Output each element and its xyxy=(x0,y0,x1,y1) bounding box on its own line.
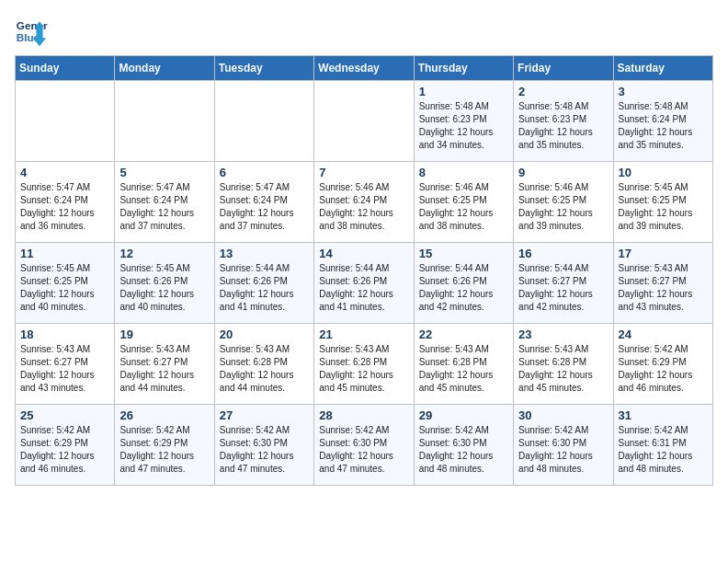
calendar-cell: 22Sunrise: 5:43 AM Sunset: 6:28 PM Dayli… xyxy=(414,324,513,405)
cell-info: Sunrise: 5:46 AM Sunset: 6:25 PM Dayligh… xyxy=(419,181,508,233)
logo-icon: General Blue xyxy=(15,15,48,48)
day-number: 16 xyxy=(518,247,608,260)
calendar-table: SundayMondayTuesdayWednesdayThursdayFrid… xyxy=(15,55,713,486)
calendar-cell: 21Sunrise: 5:43 AM Sunset: 6:28 PM Dayli… xyxy=(314,324,414,405)
day-number: 15 xyxy=(419,247,508,260)
cell-info: Sunrise: 5:46 AM Sunset: 6:24 PM Dayligh… xyxy=(319,181,408,233)
calendar-cell: 13Sunrise: 5:44 AM Sunset: 6:26 PM Dayli… xyxy=(214,243,313,324)
cell-info: Sunrise: 5:43 AM Sunset: 6:28 PM Dayligh… xyxy=(319,343,408,395)
calendar-cell: 5Sunrise: 5:47 AM Sunset: 6:24 PM Daylig… xyxy=(115,162,214,243)
day-header-tuesday: Tuesday xyxy=(214,56,313,81)
calendar-cell: 29Sunrise: 5:42 AM Sunset: 6:30 PM Dayli… xyxy=(414,405,513,486)
cell-info: Sunrise: 5:43 AM Sunset: 6:28 PM Dayligh… xyxy=(220,343,309,395)
calendar-cell: 25Sunrise: 5:42 AM Sunset: 6:29 PM Dayli… xyxy=(16,405,115,486)
day-number: 30 xyxy=(518,408,608,422)
day-header-saturday: Saturday xyxy=(613,56,712,81)
day-number: 23 xyxy=(518,327,608,341)
cell-info: Sunrise: 5:43 AM Sunset: 6:28 PM Dayligh… xyxy=(518,343,608,395)
week-row-5: 25Sunrise: 5:42 AM Sunset: 6:29 PM Dayli… xyxy=(16,405,713,486)
cell-info: Sunrise: 5:48 AM Sunset: 6:23 PM Dayligh… xyxy=(419,100,508,152)
day-number: 5 xyxy=(119,166,209,179)
logo: General Blue xyxy=(15,15,48,48)
week-row-4: 18Sunrise: 5:43 AM Sunset: 6:27 PM Dayli… xyxy=(16,324,713,405)
calendar-cell: 17Sunrise: 5:43 AM Sunset: 6:27 PM Dayli… xyxy=(613,243,712,324)
cell-info: Sunrise: 5:46 AM Sunset: 6:25 PM Dayligh… xyxy=(518,181,608,233)
cell-info: Sunrise: 5:42 AM Sunset: 6:30 PM Dayligh… xyxy=(419,424,508,476)
day-number: 13 xyxy=(220,247,309,260)
cell-info: Sunrise: 5:42 AM Sunset: 6:29 PM Dayligh… xyxy=(20,424,109,476)
week-row-1: 1Sunrise: 5:48 AM Sunset: 6:23 PM Daylig… xyxy=(16,81,713,162)
calendar-cell: 12Sunrise: 5:45 AM Sunset: 6:26 PM Dayli… xyxy=(115,243,214,324)
calendar-cell: 11Sunrise: 5:45 AM Sunset: 6:25 PM Dayli… xyxy=(16,243,115,324)
cell-info: Sunrise: 5:48 AM Sunset: 6:23 PM Dayligh… xyxy=(518,100,608,152)
day-number: 31 xyxy=(619,408,708,422)
days-header-row: SundayMondayTuesdayWednesdayThursdayFrid… xyxy=(16,56,713,81)
cell-info: Sunrise: 5:43 AM Sunset: 6:28 PM Dayligh… xyxy=(419,343,508,395)
cell-info: Sunrise: 5:45 AM Sunset: 6:26 PM Dayligh… xyxy=(119,262,209,314)
calendar-cell: 31Sunrise: 5:42 AM Sunset: 6:31 PM Dayli… xyxy=(613,405,712,486)
cell-info: Sunrise: 5:45 AM Sunset: 6:25 PM Dayligh… xyxy=(619,181,708,233)
day-number: 22 xyxy=(419,327,508,341)
day-number: 25 xyxy=(20,408,109,422)
cell-info: Sunrise: 5:42 AM Sunset: 6:29 PM Dayligh… xyxy=(119,424,209,476)
calendar-cell: 19Sunrise: 5:43 AM Sunset: 6:27 PM Dayli… xyxy=(115,324,214,405)
day-number: 8 xyxy=(419,166,508,179)
day-number: 1 xyxy=(419,85,508,98)
day-number: 18 xyxy=(20,327,109,341)
cell-info: Sunrise: 5:45 AM Sunset: 6:25 PM Dayligh… xyxy=(20,262,109,314)
cell-info: Sunrise: 5:47 AM Sunset: 6:24 PM Dayligh… xyxy=(20,181,109,233)
cell-info: Sunrise: 5:44 AM Sunset: 6:27 PM Dayligh… xyxy=(518,262,608,314)
day-header-friday: Friday xyxy=(514,56,613,81)
day-number: 4 xyxy=(20,166,109,179)
day-number: 12 xyxy=(119,247,209,260)
cell-info: Sunrise: 5:44 AM Sunset: 6:26 PM Dayligh… xyxy=(220,262,309,314)
day-header-sunday: Sunday xyxy=(16,56,115,81)
cell-info: Sunrise: 5:47 AM Sunset: 6:24 PM Dayligh… xyxy=(119,181,209,233)
day-number: 26 xyxy=(119,408,209,422)
week-row-2: 4Sunrise: 5:47 AM Sunset: 6:24 PM Daylig… xyxy=(16,162,713,243)
cell-info: Sunrise: 5:43 AM Sunset: 6:27 PM Dayligh… xyxy=(119,343,209,395)
calendar-cell xyxy=(314,81,414,162)
day-number: 29 xyxy=(419,408,508,422)
cell-info: Sunrise: 5:43 AM Sunset: 6:27 PM Dayligh… xyxy=(20,343,109,395)
day-number: 10 xyxy=(619,166,708,179)
calendar-cell: 9Sunrise: 5:46 AM Sunset: 6:25 PM Daylig… xyxy=(514,162,613,243)
day-number: 11 xyxy=(20,247,109,260)
day-number: 7 xyxy=(319,166,408,179)
calendar-cell: 3Sunrise: 5:48 AM Sunset: 6:24 PM Daylig… xyxy=(613,81,712,162)
svg-text:General: General xyxy=(17,19,48,31)
calendar-cell: 20Sunrise: 5:43 AM Sunset: 6:28 PM Dayli… xyxy=(214,324,313,405)
calendar-cell: 23Sunrise: 5:43 AM Sunset: 6:28 PM Dayli… xyxy=(514,324,613,405)
page-header: General Blue xyxy=(15,15,713,48)
cell-info: Sunrise: 5:47 AM Sunset: 6:24 PM Dayligh… xyxy=(220,181,309,233)
calendar-cell: 14Sunrise: 5:44 AM Sunset: 6:26 PM Dayli… xyxy=(314,243,414,324)
calendar-cell: 2Sunrise: 5:48 AM Sunset: 6:23 PM Daylig… xyxy=(514,81,613,162)
calendar-cell: 24Sunrise: 5:42 AM Sunset: 6:29 PM Dayli… xyxy=(613,324,712,405)
cell-info: Sunrise: 5:43 AM Sunset: 6:27 PM Dayligh… xyxy=(619,262,708,314)
cell-info: Sunrise: 5:42 AM Sunset: 6:30 PM Dayligh… xyxy=(518,424,608,476)
cell-info: Sunrise: 5:42 AM Sunset: 6:29 PM Dayligh… xyxy=(619,343,708,395)
day-number: 24 xyxy=(619,327,708,341)
calendar-cell: 1Sunrise: 5:48 AM Sunset: 6:23 PM Daylig… xyxy=(414,81,513,162)
cell-info: Sunrise: 5:48 AM Sunset: 6:24 PM Dayligh… xyxy=(619,100,708,152)
calendar-cell: 7Sunrise: 5:46 AM Sunset: 6:24 PM Daylig… xyxy=(314,162,414,243)
day-number: 6 xyxy=(220,166,309,179)
cell-info: Sunrise: 5:42 AM Sunset: 6:31 PM Dayligh… xyxy=(619,424,708,476)
day-number: 27 xyxy=(220,408,309,422)
calendar-cell: 16Sunrise: 5:44 AM Sunset: 6:27 PM Dayli… xyxy=(514,243,613,324)
calendar-cell xyxy=(214,81,313,162)
calendar-cell: 8Sunrise: 5:46 AM Sunset: 6:25 PM Daylig… xyxy=(414,162,513,243)
cell-info: Sunrise: 5:42 AM Sunset: 6:30 PM Dayligh… xyxy=(220,424,309,476)
calendar-cell: 30Sunrise: 5:42 AM Sunset: 6:30 PM Dayli… xyxy=(514,405,613,486)
calendar-cell: 10Sunrise: 5:45 AM Sunset: 6:25 PM Dayli… xyxy=(613,162,712,243)
calendar-cell: 26Sunrise: 5:42 AM Sunset: 6:29 PM Dayli… xyxy=(115,405,214,486)
cell-info: Sunrise: 5:42 AM Sunset: 6:30 PM Dayligh… xyxy=(319,424,408,476)
calendar-cell xyxy=(16,81,115,162)
day-number: 17 xyxy=(619,247,708,260)
day-number: 21 xyxy=(319,327,408,341)
day-number: 28 xyxy=(319,408,408,422)
calendar-cell: 27Sunrise: 5:42 AM Sunset: 6:30 PM Dayli… xyxy=(214,405,313,486)
day-number: 20 xyxy=(220,327,309,341)
calendar-cell: 6Sunrise: 5:47 AM Sunset: 6:24 PM Daylig… xyxy=(214,162,313,243)
week-row-3: 11Sunrise: 5:45 AM Sunset: 6:25 PM Dayli… xyxy=(16,243,713,324)
